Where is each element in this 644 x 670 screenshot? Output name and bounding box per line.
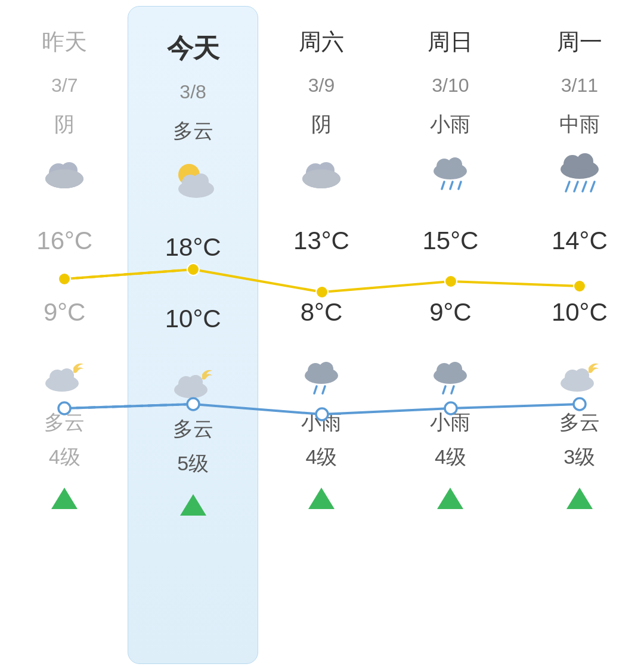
icon-top-today: [166, 152, 220, 206]
low-temp-row-sunday: 9°C: [386, 277, 515, 348]
svg-line-28: [459, 182, 461, 189]
svg-line-27: [450, 182, 453, 189]
svg-point-36: [577, 153, 593, 170]
low-temp-row-yesterday: 9°C: [0, 277, 129, 348]
day-date-yesterday: 3/7: [51, 70, 78, 100]
high-temp-yesterday: 16°C: [36, 227, 92, 255]
icon-bottom-saturday: [295, 348, 348, 402]
wind-saturday: 4级: [306, 442, 338, 472]
day-name-sunday: 周日: [428, 18, 473, 66]
low-temp-yesterday: 9°C: [44, 298, 86, 327]
high-temp-today: 18°C: [165, 233, 221, 262]
low-temp-row-saturday: 8°C: [257, 277, 386, 348]
day-name-yesterday: 昨天: [42, 18, 87, 66]
weather-forecast: 昨天 3/7 阴 16°C 9°C 多云: [0, 0, 644, 670]
wind-arrow-saturday: [308, 488, 335, 509]
svg-line-37: [566, 182, 569, 191]
day-name-monday: 周一: [557, 18, 602, 66]
icon-top-yesterday: [38, 145, 91, 199]
svg-point-25: [448, 157, 462, 172]
low-temp-row-today: 10°C: [128, 283, 257, 355]
svg-line-33: [451, 386, 454, 393]
svg-line-21: [314, 386, 317, 393]
svg-line-22: [323, 386, 325, 393]
day-yesterday[interactable]: 昨天 3/7 阴 16°C 9°C 多云: [0, 0, 129, 670]
wind-monday: 3级: [564, 442, 595, 472]
day-date-monday: 3/11: [561, 70, 598, 100]
weather-top-sunday: 小雨: [430, 110, 470, 139]
day-saturday[interactable]: 周六 3/9 阴 13°C 8°C 小雨: [257, 0, 386, 670]
icon-top-sunday: [423, 145, 477, 199]
day-date-sunday: 3/10: [432, 70, 469, 100]
icon-bottom-yesterday: [38, 348, 91, 402]
high-temp-row-sunday: 15°C: [386, 205, 515, 277]
wind-yesterday: 4级: [49, 442, 80, 472]
day-today[interactable]: 今天 3/8 多云 18°C 10°C 多云 5级: [128, 6, 258, 664]
svg-point-3: [45, 169, 83, 188]
weather-bottom-today: 多云: [173, 414, 213, 444]
high-temp-saturday: 13°C: [293, 227, 349, 255]
svg-point-17: [302, 169, 340, 188]
svg-line-39: [583, 182, 586, 191]
day-monday[interactable]: 周一 3/11 中雨 14°C 10°C: [515, 0, 644, 670]
high-temp-monday: 14°C: [552, 227, 608, 255]
day-sunday[interactable]: 周日 3/10 小雨 15°C 9°C: [386, 0, 515, 670]
day-date-today: 3/8: [179, 77, 206, 107]
svg-line-38: [574, 182, 578, 191]
svg-line-40: [591, 182, 595, 191]
svg-point-6: [60, 368, 74, 383]
high-temp-row-monday: 14°C: [515, 205, 644, 277]
icon-bottom-today: [166, 355, 220, 408]
weather-top-monday: 中雨: [559, 110, 600, 139]
low-temp-row-monday: 10°C: [515, 277, 644, 348]
day-name-saturday: 周六: [299, 18, 344, 66]
svg-point-13: [188, 375, 203, 389]
svg-point-20: [319, 362, 333, 376]
day-name-today: 今天: [167, 24, 219, 72]
svg-point-43: [575, 368, 589, 383]
wind-arrow-today: [180, 494, 206, 516]
low-temp-today: 10°C: [165, 305, 221, 333]
low-temp-saturday: 8°C: [301, 298, 343, 327]
icon-top-saturday: [295, 145, 348, 199]
icon-top-monday: [553, 145, 606, 199]
wind-sunday: 4级: [435, 442, 466, 472]
weather-bottom-sunday: 小雨: [430, 408, 470, 438]
low-temp-monday: 10°C: [552, 298, 608, 327]
weather-bottom-saturday: 小雨: [301, 408, 342, 438]
high-temp-row-yesterday: 16°C: [0, 205, 129, 277]
weather-top-saturday: 阴: [311, 110, 332, 139]
icon-bottom-sunday: [423, 348, 477, 402]
wind-arrow-monday: [566, 488, 593, 509]
weather-bottom-yesterday: 多云: [44, 408, 85, 438]
high-temp-row-today: 18°C: [128, 212, 257, 283]
icon-bottom-monday: [553, 348, 606, 402]
weather-bottom-monday: 多云: [559, 408, 600, 438]
weather-top-today: 多云: [173, 116, 213, 146]
low-temp-sunday: 9°C: [429, 298, 472, 327]
svg-point-10: [193, 173, 209, 189]
wind-arrow-sunday: [437, 488, 463, 509]
svg-line-32: [443, 386, 445, 393]
svg-line-26: [442, 182, 444, 189]
wind-today: 5级: [177, 449, 209, 479]
day-date-saturday: 3/9: [308, 70, 335, 100]
wind-arrow-yesterday: [51, 488, 78, 509]
weather-top-yesterday: 阴: [54, 110, 75, 139]
high-temp-row-saturday: 13°C: [257, 205, 386, 277]
svg-point-31: [448, 362, 462, 376]
high-temp-sunday: 15°C: [423, 227, 479, 255]
